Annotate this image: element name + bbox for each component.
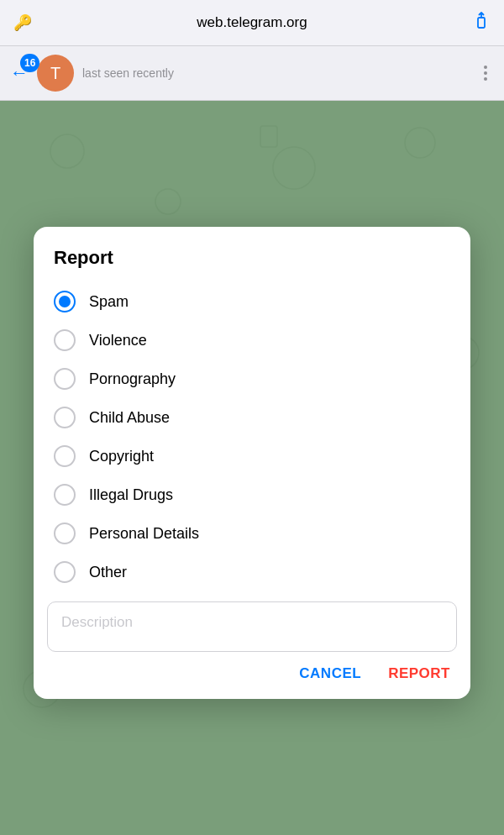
contact-info: last seen recently xyxy=(82,66,477,80)
radio-label-illegal-drugs: Illegal Drugs xyxy=(89,486,173,504)
radio-label-other: Other xyxy=(89,564,127,581)
radio-circle-spam xyxy=(54,291,76,312)
radio-item-personal-details[interactable]: Personal Details xyxy=(54,514,450,553)
notification-badge: 16 xyxy=(20,54,39,72)
radio-circle-personal-details xyxy=(54,523,76,544)
more-options-button[interactable] xyxy=(477,59,494,87)
radio-item-violence[interactable]: Violence xyxy=(54,321,450,360)
share-icon[interactable] xyxy=(472,12,491,34)
lock-icon: 🔑 xyxy=(13,13,32,32)
svg-rect-16 xyxy=(260,126,277,147)
browser-bar: 🔑 web.telegram.org xyxy=(0,0,504,46)
radio-item-child-abuse[interactable]: Child Abuse xyxy=(54,398,450,437)
radio-circle-violence xyxy=(54,329,76,351)
modal-actions: CANCEL REPORT xyxy=(34,652,470,699)
url-display[interactable]: web.telegram.org xyxy=(197,14,307,31)
dot xyxy=(484,77,487,81)
description-box[interactable]: Description xyxy=(47,601,457,652)
radio-label-violence: Violence xyxy=(89,332,147,349)
radio-circle-copyright xyxy=(54,445,76,467)
svg-rect-0 xyxy=(478,18,485,28)
dot xyxy=(484,71,487,75)
radio-circle-illegal-drugs xyxy=(54,484,76,506)
avatar: T xyxy=(37,55,74,92)
radio-circle-pornography xyxy=(54,368,76,390)
svg-point-1 xyxy=(50,134,84,168)
radio-list: SpamViolencePornographyChild AbuseCopyri… xyxy=(34,282,470,591)
radio-inner-spam xyxy=(59,296,71,307)
radio-label-child-abuse: Child Abuse xyxy=(89,409,170,427)
description-placeholder: Description xyxy=(61,614,133,630)
back-button[interactable]: 16 ← xyxy=(10,62,30,84)
radio-item-spam[interactable]: Spam xyxy=(54,282,450,321)
svg-point-3 xyxy=(273,147,315,189)
radio-label-pornography: Pornography xyxy=(89,370,176,388)
modal-title: Report xyxy=(34,247,470,282)
radio-label-personal-details: Personal Details xyxy=(89,525,199,543)
radio-item-other[interactable]: Other xyxy=(54,553,450,591)
radio-circle-child-abuse xyxy=(54,407,76,428)
chat-background: Report SpamViolencePornographyChild Abus… xyxy=(0,101,504,835)
radio-label-copyright: Copyright xyxy=(89,448,154,465)
radio-label-spam: Spam xyxy=(89,293,129,311)
radio-item-pornography[interactable]: Pornography xyxy=(54,360,450,398)
radio-item-copyright[interactable]: Copyright xyxy=(54,437,450,475)
cancel-button[interactable]: CANCEL xyxy=(299,665,361,682)
last-seen-text: last seen recently xyxy=(82,66,477,80)
svg-point-4 xyxy=(405,128,435,158)
dot xyxy=(484,66,487,69)
radio-item-illegal-drugs[interactable]: Illegal Drugs xyxy=(54,475,450,514)
app-header: 16 ← T last seen recently xyxy=(0,46,504,101)
report-modal: Report SpamViolencePornographyChild Abus… xyxy=(34,227,470,699)
report-button[interactable]: REPORT xyxy=(388,665,450,682)
modal-overlay: Report SpamViolencePornographyChild Abus… xyxy=(0,202,504,835)
radio-circle-other xyxy=(54,561,76,583)
